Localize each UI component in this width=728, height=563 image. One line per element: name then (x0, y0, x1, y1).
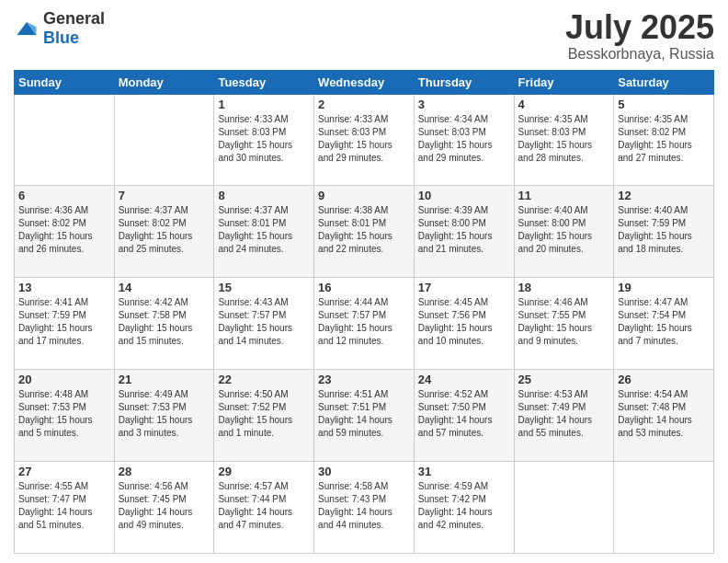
title-block: July 2025 Besskorbnaya, Russia (565, 9, 714, 63)
day-number: 19 (618, 281, 710, 294)
day-info: Sunrise: 4:53 AM Sunset: 7:49 PM Dayligh… (518, 388, 610, 440)
day-info: Sunrise: 4:40 AM Sunset: 7:59 PM Dayligh… (618, 204, 710, 256)
day-number: 22 (218, 373, 310, 386)
calendar-cell: 13Sunrise: 4:41 AM Sunset: 7:59 PM Dayli… (15, 278, 115, 370)
day-number: 30 (318, 465, 410, 478)
day-number: 23 (318, 373, 410, 386)
calendar-week-1: 1Sunrise: 4:33 AM Sunset: 8:03 PM Daylig… (15, 94, 714, 186)
calendar-cell: 31Sunrise: 4:59 AM Sunset: 7:42 PM Dayli… (414, 462, 514, 554)
day-number: 21 (119, 373, 210, 386)
calendar-cell: 19Sunrise: 4:47 AM Sunset: 7:54 PM Dayli… (614, 278, 714, 370)
col-sunday: Sunday (15, 70, 115, 94)
calendar-cell: 20Sunrise: 4:48 AM Sunset: 7:53 PM Dayli… (15, 370, 115, 462)
day-number: 1 (218, 98, 310, 111)
day-info: Sunrise: 4:33 AM Sunset: 8:03 PM Dayligh… (218, 113, 310, 165)
day-number: 8 (218, 189, 310, 202)
calendar-cell: 25Sunrise: 4:53 AM Sunset: 7:49 PM Dayli… (514, 370, 614, 462)
calendar-cell: 11Sunrise: 4:40 AM Sunset: 8:00 PM Dayli… (514, 186, 614, 278)
calendar-cell: 23Sunrise: 4:51 AM Sunset: 7:51 PM Dayli… (314, 370, 415, 462)
calendar-cell: 1Sunrise: 4:33 AM Sunset: 8:03 PM Daylig… (214, 94, 314, 186)
day-info: Sunrise: 4:42 AM Sunset: 7:58 PM Dayligh… (119, 296, 210, 348)
col-friday: Friday (514, 70, 614, 94)
day-info: Sunrise: 4:46 AM Sunset: 7:55 PM Dayligh… (518, 296, 610, 348)
day-number: 14 (119, 281, 210, 294)
day-info: Sunrise: 4:37 AM Sunset: 8:01 PM Dayligh… (218, 204, 310, 256)
logo: General Blue (14, 9, 105, 48)
day-number: 31 (418, 465, 510, 478)
col-tuesday: Tuesday (214, 70, 314, 94)
calendar-cell: 27Sunrise: 4:55 AM Sunset: 7:47 PM Dayli… (15, 462, 115, 554)
col-wednesday: Wednesday (314, 70, 415, 94)
col-saturday: Saturday (614, 70, 714, 94)
day-number: 9 (318, 189, 410, 202)
calendar-cell: 6Sunrise: 4:36 AM Sunset: 8:02 PM Daylig… (15, 186, 115, 278)
day-info: Sunrise: 4:56 AM Sunset: 7:45 PM Dayligh… (119, 480, 210, 532)
day-info: Sunrise: 4:38 AM Sunset: 8:01 PM Dayligh… (318, 204, 410, 256)
page: General Blue July 2025 Besskorbnaya, Rus… (0, 0, 728, 563)
day-info: Sunrise: 4:52 AM Sunset: 7:50 PM Dayligh… (418, 388, 510, 440)
day-number: 5 (618, 98, 710, 111)
logo-general: General (43, 9, 105, 28)
day-info: Sunrise: 4:36 AM Sunset: 8:02 PM Dayligh… (18, 204, 110, 256)
day-number: 20 (18, 373, 110, 386)
day-number: 2 (318, 98, 410, 111)
day-info: Sunrise: 4:55 AM Sunset: 7:47 PM Dayligh… (18, 480, 110, 532)
calendar-week-4: 20Sunrise: 4:48 AM Sunset: 7:53 PM Dayli… (15, 370, 714, 462)
day-number: 3 (418, 98, 510, 111)
day-info: Sunrise: 4:44 AM Sunset: 7:57 PM Dayligh… (318, 296, 410, 348)
calendar-cell (114, 94, 214, 186)
day-info: Sunrise: 4:47 AM Sunset: 7:54 PM Dayligh… (618, 296, 710, 348)
day-info: Sunrise: 4:50 AM Sunset: 7:52 PM Dayligh… (218, 388, 310, 440)
day-info: Sunrise: 4:58 AM Sunset: 7:43 PM Dayligh… (318, 480, 410, 532)
day-number: 18 (518, 281, 610, 294)
calendar-cell: 18Sunrise: 4:46 AM Sunset: 7:55 PM Dayli… (514, 278, 614, 370)
calendar-week-3: 13Sunrise: 4:41 AM Sunset: 7:59 PM Dayli… (15, 278, 714, 370)
day-number: 26 (618, 373, 710, 386)
calendar-cell: 2Sunrise: 4:33 AM Sunset: 8:03 PM Daylig… (314, 94, 415, 186)
day-number: 17 (418, 281, 510, 294)
weekday-row: Sunday Monday Tuesday Wednesday Thursday… (15, 70, 714, 94)
day-info: Sunrise: 4:59 AM Sunset: 7:42 PM Dayligh… (418, 480, 510, 532)
day-number: 10 (418, 189, 510, 202)
calendar-cell (514, 462, 614, 554)
calendar-body: 1Sunrise: 4:33 AM Sunset: 8:03 PM Daylig… (15, 94, 714, 553)
calendar-cell: 8Sunrise: 4:37 AM Sunset: 8:01 PM Daylig… (214, 186, 314, 278)
day-number: 29 (218, 465, 310, 478)
day-info: Sunrise: 4:54 AM Sunset: 7:48 PM Dayligh… (618, 388, 710, 440)
day-number: 25 (518, 373, 610, 386)
calendar-week-5: 27Sunrise: 4:55 AM Sunset: 7:47 PM Dayli… (15, 462, 714, 554)
calendar-cell: 5Sunrise: 4:35 AM Sunset: 8:02 PM Daylig… (614, 94, 714, 186)
calendar: Sunday Monday Tuesday Wednesday Thursday… (14, 70, 714, 554)
calendar-cell (614, 462, 714, 554)
calendar-cell (15, 94, 115, 186)
col-monday: Monday (114, 70, 214, 94)
day-info: Sunrise: 4:37 AM Sunset: 8:02 PM Dayligh… (119, 204, 210, 256)
logo-icon (14, 16, 40, 41)
day-info: Sunrise: 4:40 AM Sunset: 8:00 PM Dayligh… (518, 204, 610, 256)
calendar-cell: 30Sunrise: 4:58 AM Sunset: 7:43 PM Dayli… (314, 462, 415, 554)
calendar-cell: 17Sunrise: 4:45 AM Sunset: 7:56 PM Dayli… (414, 278, 514, 370)
calendar-cell: 15Sunrise: 4:43 AM Sunset: 7:57 PM Dayli… (214, 278, 314, 370)
day-number: 12 (618, 189, 710, 202)
day-number: 24 (418, 373, 510, 386)
calendar-cell: 3Sunrise: 4:34 AM Sunset: 8:03 PM Daylig… (414, 94, 514, 186)
day-number: 15 (218, 281, 310, 294)
calendar-cell: 14Sunrise: 4:42 AM Sunset: 7:58 PM Dayli… (114, 278, 214, 370)
calendar-cell: 12Sunrise: 4:40 AM Sunset: 7:59 PM Dayli… (614, 186, 714, 278)
calendar-cell: 22Sunrise: 4:50 AM Sunset: 7:52 PM Dayli… (214, 370, 314, 462)
day-number: 27 (18, 465, 110, 478)
calendar-cell: 21Sunrise: 4:49 AM Sunset: 7:53 PM Dayli… (114, 370, 214, 462)
day-info: Sunrise: 4:51 AM Sunset: 7:51 PM Dayligh… (318, 388, 410, 440)
day-info: Sunrise: 4:49 AM Sunset: 7:53 PM Dayligh… (119, 388, 210, 440)
logo-text: General Blue (43, 9, 105, 48)
day-number: 16 (318, 281, 410, 294)
main-title: July 2025 (565, 9, 714, 46)
calendar-header: Sunday Monday Tuesday Wednesday Thursday… (15, 70, 714, 94)
day-number: 11 (518, 189, 610, 202)
day-number: 13 (18, 281, 110, 294)
day-info: Sunrise: 4:41 AM Sunset: 7:59 PM Dayligh… (18, 296, 110, 348)
day-info: Sunrise: 4:35 AM Sunset: 8:02 PM Dayligh… (618, 113, 710, 165)
calendar-cell: 7Sunrise: 4:37 AM Sunset: 8:02 PM Daylig… (114, 186, 214, 278)
day-info: Sunrise: 4:39 AM Sunset: 8:00 PM Dayligh… (418, 204, 510, 256)
subtitle: Besskorbnaya, Russia (565, 46, 714, 63)
